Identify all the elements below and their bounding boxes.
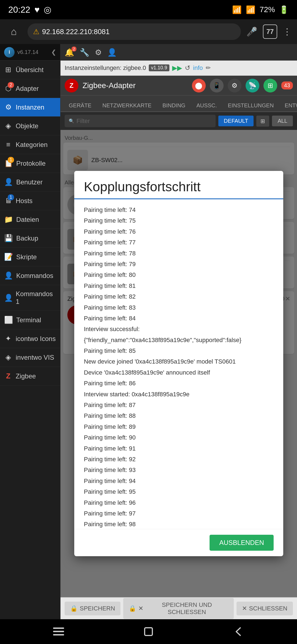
grid-view-button[interactable]: ⊞ [256, 116, 269, 127]
log-line: Pairing time left: 77 [84, 237, 274, 247]
log-line: Pairing time left: 89 [84, 422, 274, 432]
log-line: Pairing time left: 95 [84, 487, 274, 497]
more-icon[interactable]: ⋮ [283, 26, 292, 37]
save-close-button[interactable]: 🔒 ✕ SPEICHERN UND SCHLIESSEN [123, 598, 233, 619]
log-line: Device '0xa4c138f895a19c9e' announced it… [84, 367, 274, 378]
tab-geraete[interactable]: GERÄTE [63, 100, 97, 112]
adapter-logo-letter: Z [70, 82, 74, 89]
filter-input[interactable] [76, 118, 211, 125]
sidebar-item-ubersicht[interactable]: ⊞ Übersicht [0, 61, 60, 79]
sidebar-item-instanzen[interactable]: ⚙ Instanzen [0, 98, 60, 117]
sidebar-item-protokolle[interactable]: 📋 1 Protokolle [0, 154, 60, 173]
sidebar-item-zigbee[interactable]: Z Zigbee [0, 367, 60, 386]
files-icon: 📁 [4, 215, 13, 224]
zigbee-icon: Z [4, 372, 12, 380]
sidebar-label-ubersicht: Übersicht [16, 66, 43, 74]
top-toolbar: 🔔 2 🔧 ⚙ 👤 [61, 44, 297, 61]
log-line: Pairing time left: 88 [84, 411, 274, 421]
sidebar-item-adapter[interactable]: ⬡ 2 Adapter [0, 79, 60, 98]
adapter-logo: Z [65, 79, 78, 92]
log-line: Pairing time left: 86 [84, 378, 274, 388]
time-display: 20:22 [8, 5, 30, 15]
cmd1-icon: 👤 [4, 294, 12, 302]
sidebar-item-kategorien[interactable]: ≡ Kategorien [0, 135, 60, 154]
info-button[interactable]: info [193, 64, 203, 72]
tab-entwicklung[interactable]: ENTWICK. [279, 100, 297, 112]
mic-icon[interactable]: 🎤 [246, 26, 257, 37]
log-line: Pairing time left: 94 [84, 476, 274, 486]
sidebar-item-inventwo[interactable]: ◈ inventwo VIS [0, 348, 60, 367]
mobile-button[interactable]: 📱 [210, 79, 224, 92]
instance-header: Instanzeinstellungen: zigbee.0 v1.10.9 ▶… [61, 61, 297, 76]
stop-button[interactable]: ⬤ [192, 79, 206, 92]
home-button[interactable]: ⌂ [6, 23, 22, 40]
url-display: 92.168.222.210:8081 [42, 28, 110, 36]
sidebar-item-backup[interactable]: 💾 Backup [0, 229, 60, 248]
sidebar-label-inventwo: inventwo VIS [16, 354, 54, 361]
svg-rect-0 [53, 627, 64, 629]
adapter-device-count: 43 [281, 81, 293, 89]
sidebar-label-benutzer: Benutzer [16, 178, 43, 186]
close-button[interactable]: ✕ SCHLIESSEN [237, 602, 293, 615]
log-line: Pairing time left: 76 [84, 227, 274, 237]
ausblenden-button[interactable]: AUSBLENDEN [210, 535, 274, 551]
log-line: Pairing time left: 93 [84, 465, 274, 475]
default-filter-button[interactable]: DEFAULT [218, 116, 254, 126]
adapter-name: Zigbee-Adapter [82, 81, 136, 90]
modal-footer: AUSBLENDEN [74, 529, 283, 556]
objects-icon: ◈ [4, 122, 12, 130]
grid2-button[interactable]: ⊞ [263, 79, 277, 92]
log-line: Pairing time left: 82 [84, 291, 274, 302]
tab-binding[interactable]: BINDING [157, 100, 191, 112]
nav-menu-button[interactable] [48, 621, 70, 643]
tab-count[interactable]: 77 [263, 24, 277, 39]
network-button[interactable]: 📡 [246, 79, 259, 92]
filter-input-wrap: 🔍 [65, 115, 216, 127]
tab-aussc[interactable]: AUSSC. [191, 100, 222, 112]
log-line: Pairing time left: 83 [84, 302, 274, 313]
cog-button[interactable]: ⚙ [228, 79, 241, 92]
signal-icon: 📶 [246, 5, 255, 14]
tab-einstellungen[interactable]: EINSTELLUNGEN [222, 100, 279, 112]
sidebar-item-hosts[interactable]: 🖥 1 Hosts [0, 192, 60, 210]
person-button[interactable]: 👤 [107, 48, 117, 57]
log-line: Pairing time left: 74 [84, 205, 274, 215]
sidebar-label-kategorien: Kategorien [16, 141, 48, 149]
edit-button[interactable]: ✏ [206, 64, 211, 72]
sidebar-item-terminal[interactable]: ⬜ Terminal [0, 311, 60, 329]
address-bar[interactable]: ⚠ 92.168.222.210:8081 [28, 23, 241, 40]
sidebar-item-skripte[interactable]: 📝 Skripte [0, 248, 60, 266]
settings-button[interactable]: ⚙ [95, 48, 102, 57]
log-line: Pairing time left: 98 [84, 519, 274, 529]
wrench-button[interactable]: 🔧 [80, 48, 89, 57]
heart-icon: ♥ [34, 5, 40, 15]
sidebar-item-benutzer[interactable]: 👤 Benutzer [0, 173, 60, 192]
tabs-bar: GERÄTE NETZWERKKARTE BINDING AUSSC. EINS… [61, 95, 297, 112]
sidebar-item-dateien[interactable]: 📁 Dateien [0, 210, 60, 229]
scripts-icon: 📝 [4, 253, 13, 261]
modal-title: Kopplungsfortschritt [84, 179, 274, 194]
cmd-icon: 👤 [4, 271, 13, 280]
instances-icon: ⚙ [4, 103, 12, 111]
sidebar-item-icontwo[interactable]: ✦ icontwo Icons [0, 329, 60, 348]
sidebar-logo: i v6.17.14 ❮ [0, 44, 60, 61]
sidebar-item-kommandos1[interactable]: 👤 Kommandos 1 [0, 285, 60, 311]
log-line: Pairing time left: 85 [84, 346, 274, 356]
modal-body[interactable]: Pairing time left: 74Pairing time left: … [74, 199, 283, 529]
tab-netzwerkkarte[interactable]: NETZWERKKARTE [97, 100, 157, 112]
all-filter-button[interactable]: ALL [272, 116, 293, 126]
sidebar-item-kommandos[interactable]: 👤 Kommandos [0, 266, 60, 285]
play-button[interactable]: ▶▶ [172, 64, 182, 72]
svg-rect-2 [53, 634, 64, 635]
nav-back-button[interactable] [227, 621, 249, 643]
log-line: Pairing time left: 81 [84, 281, 274, 291]
app-container: i v6.17.14 ❮ ⊞ Übersicht ⬡ 2 Adapter ⚙ I… [0, 44, 297, 619]
sidebar-label-adapter: Adapter [16, 85, 39, 92]
save-button[interactable]: 🔒 SPEICHERN [65, 602, 120, 615]
notifications-button[interactable]: 🔔 2 [65, 48, 74, 57]
nav-home-button[interactable] [138, 621, 160, 643]
collapse-button[interactable]: ❮ [51, 49, 56, 56]
sidebar-item-objekte[interactable]: ◈ Objekte [0, 117, 60, 135]
search-icon: 🔍 [69, 118, 74, 124]
reload-button[interactable]: ↺ [185, 64, 190, 72]
